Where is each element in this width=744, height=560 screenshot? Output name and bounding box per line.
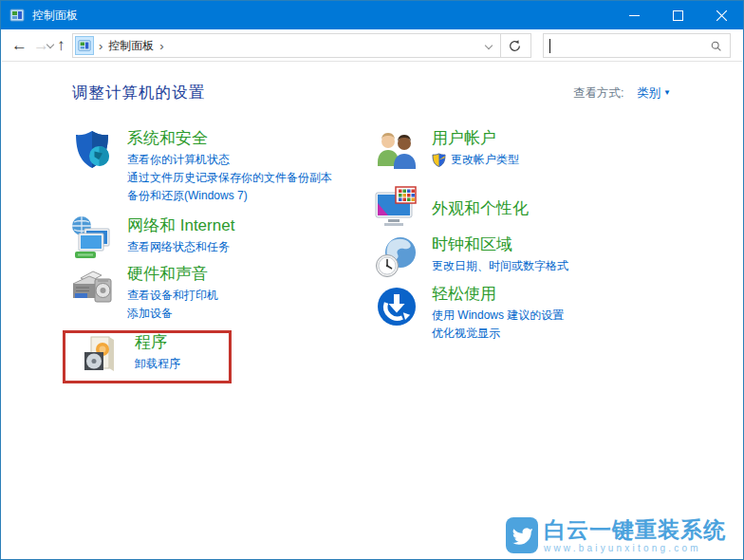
- control-panel-app-icon: [9, 8, 25, 23]
- category-programs: 程序 卸载程序: [77, 332, 180, 378]
- category-title[interactable]: 程序: [135, 332, 180, 352]
- up-button[interactable]: ↑: [57, 36, 65, 55]
- category-link[interactable]: 更改日期、时间或数字格式: [432, 257, 568, 275]
- watermark-bird-icon: [506, 517, 538, 553]
- watermark-url: www.baiyunxitong.com: [544, 543, 726, 553]
- network-internet-icon[interactable]: [69, 215, 115, 261]
- category-title[interactable]: 用户帐户: [432, 128, 519, 148]
- category-title[interactable]: 轻松使用: [432, 284, 564, 304]
- clock-region-icon[interactable]: [374, 234, 419, 280]
- category-title[interactable]: 硬件和声音: [127, 264, 218, 284]
- category-link[interactable]: 通过文件历史记录保存你的文件备份副本: [127, 169, 332, 187]
- breadcrumb-separator-icon: ›: [99, 39, 102, 53]
- titlebar: 控制面板: [1, 1, 743, 29]
- category-link[interactable]: 添加设备: [127, 305, 218, 323]
- dropdown-arrow-icon[interactable]: ▼: [663, 88, 671, 97]
- appearance-personalization-icon[interactable]: [374, 185, 419, 231]
- address-bar[interactable]: › 控制面板 ›: [72, 33, 531, 58]
- category-clock-region: 时钟和区域 更改日期、时间或数字格式: [374, 234, 568, 280]
- view-by-value[interactable]: 类别: [637, 86, 660, 100]
- category-link[interactable]: 更改帐户类型: [432, 151, 519, 169]
- category-link[interactable]: 优化视觉显示: [432, 325, 564, 343]
- view-by-label: 查看方式:: [573, 86, 623, 100]
- control-panel-window: 控制面板 ← → ↑ › 控制面板 ›: [0, 0, 744, 560]
- search-input[interactable]: [544, 34, 710, 57]
- hardware-sound-icon[interactable]: [69, 264, 115, 309]
- category-ease-of-access: 轻松使用 使用 Windows 建议的设置 优化视觉显示: [374, 284, 564, 343]
- search-icon[interactable]: [710, 40, 722, 52]
- category-title[interactable]: 外观和个性化: [432, 198, 529, 218]
- watermark-text: 白云一键重装系统 www.baiyunxitong.com: [544, 518, 726, 553]
- category-network-internet: 网络和 Internet 查看网络状态和任务: [69, 215, 234, 261]
- refresh-button[interactable]: [501, 39, 528, 53]
- close-button[interactable]: [699, 1, 743, 29]
- watermark: 白云一键重装系统 www.baiyunxitong.com: [506, 517, 726, 553]
- category-link-label[interactable]: 更改帐户类型: [451, 151, 519, 169]
- ease-of-access-icon[interactable]: [374, 284, 419, 329]
- page-title: 调整计算机的设置: [72, 83, 205, 103]
- text-cursor: [549, 39, 550, 53]
- category-link[interactable]: 查看网络状态和任务: [127, 238, 234, 256]
- user-accounts-icon[interactable]: [374, 128, 419, 174]
- category-system-security: 系统和安全 查看你的计算机状态 通过文件历史记录保存你的文件备份副本 备份和还原…: [69, 128, 332, 205]
- category-user-accounts: 用户帐户 更改帐户类型: [374, 128, 519, 174]
- view-by-dropdown[interactable]: 类别▼: [637, 86, 671, 100]
- category-title[interactable]: 网络和 Internet: [127, 215, 234, 235]
- programs-icon[interactable]: [77, 332, 122, 378]
- minimize-button[interactable]: [612, 1, 656, 29]
- search-box[interactable]: [543, 33, 731, 58]
- breadcrumb-control-panel[interactable]: 控制面板: [108, 38, 154, 54]
- category-title[interactable]: 时钟和区域: [432, 234, 568, 254]
- category-appearance-personalization: 外观和个性化: [374, 185, 529, 231]
- maximize-button[interactable]: [656, 1, 699, 29]
- category-link[interactable]: 查看你的计算机状态: [127, 151, 332, 169]
- back-button[interactable]: ←: [11, 36, 28, 55]
- view-by-control: 查看方式: 类别▼: [573, 85, 671, 102]
- system-security-icon[interactable]: [69, 128, 115, 174]
- category-link[interactable]: 备份和还原(Windows 7): [127, 187, 332, 205]
- breadcrumb-separator-icon[interactable]: ›: [159, 39, 163, 53]
- watermark-title: 白云一键重装系统: [544, 518, 726, 542]
- control-panel-icon[interactable]: [76, 37, 93, 54]
- category-link[interactable]: 使用 Windows 建议的设置: [432, 307, 564, 325]
- category-hardware-sound: 硬件和声音 查看设备和打印机 添加设备: [69, 264, 218, 323]
- navigation-bar: ← → ↑ › 控制面板 ›: [2, 29, 742, 62]
- category-link[interactable]: 卸载程序: [135, 355, 180, 373]
- category-link[interactable]: 查看设备和打印机: [127, 287, 218, 305]
- address-dropdown-icon[interactable]: [485, 42, 493, 49]
- window-title: 控制面板: [32, 8, 78, 24]
- window-controls: [612, 1, 743, 29]
- uac-shield-icon: [432, 153, 446, 167]
- category-title[interactable]: 系统和安全: [127, 128, 332, 148]
